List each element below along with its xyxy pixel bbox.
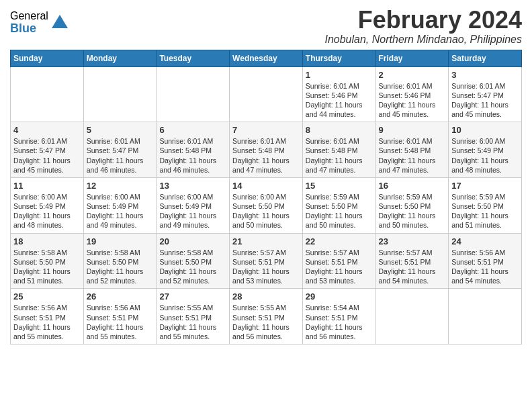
day-number: 29 (306, 291, 373, 302)
day-info: Sunrise: 5:58 AM Sunset: 5:50 PM Dayligh… (13, 248, 81, 286)
day-info: Sunrise: 5:57 AM Sunset: 5:51 PM Dayligh… (232, 248, 300, 286)
calendar-cell: 29Sunrise: 5:54 AM Sunset: 5:51 PM Dayli… (302, 289, 375, 345)
calendar-cell (11, 66, 84, 122)
calendar-cell: 5Sunrise: 6:01 AM Sunset: 5:47 PM Daylig… (83, 122, 157, 178)
calendar-header: SundayMondayTuesdayWednesdayThursdayFrid… (11, 50, 522, 66)
day-info: Sunrise: 6:01 AM Sunset: 5:48 PM Dayligh… (379, 136, 446, 175)
day-info: Sunrise: 5:57 AM Sunset: 5:51 PM Dayligh… (379, 248, 446, 286)
logo: General Blue (10, 10, 69, 35)
header-cell-monday: Monday (83, 50, 157, 66)
day-number: 21 (232, 236, 300, 246)
title-area: February 2024 Inobulan, Northern Mindana… (324, 7, 522, 46)
day-info: Sunrise: 6:00 AM Sunset: 5:49 PM Dayligh… (159, 192, 226, 230)
day-number: 13 (159, 181, 226, 191)
calendar-cell: 19Sunrise: 5:58 AM Sunset: 5:50 PM Dayli… (83, 233, 157, 289)
header-row: SundayMondayTuesdayWednesdayThursdayFrid… (11, 50, 522, 66)
logo-blue: Blue (10, 22, 48, 36)
calendar-body: 1Sunrise: 6:01 AM Sunset: 5:46 PM Daylig… (11, 66, 522, 344)
day-info: Sunrise: 6:01 AM Sunset: 5:48 PM Dayligh… (159, 136, 226, 175)
day-number: 25 (13, 291, 81, 302)
day-info: Sunrise: 5:56 AM Sunset: 5:51 PM Dayligh… (87, 303, 154, 341)
day-info: Sunrise: 5:56 AM Sunset: 5:51 PM Dayligh… (13, 303, 81, 341)
day-info: Sunrise: 6:01 AM Sunset: 5:46 PM Dayligh… (379, 81, 446, 120)
day-number: 1 (306, 70, 373, 80)
day-number: 15 (306, 181, 373, 191)
day-number: 28 (232, 291, 300, 302)
calendar-cell: 12Sunrise: 6:00 AM Sunset: 5:49 PM Dayli… (83, 177, 157, 233)
day-info: Sunrise: 6:01 AM Sunset: 5:47 PM Dayligh… (87, 136, 154, 175)
day-info: Sunrise: 6:00 AM Sunset: 5:49 PM Dayligh… (13, 192, 81, 230)
calendar-cell: 6Sunrise: 6:01 AM Sunset: 5:48 PM Daylig… (157, 122, 230, 178)
calendar-cell: 8Sunrise: 6:01 AM Sunset: 5:48 PM Daylig… (302, 122, 375, 178)
day-info: Sunrise: 6:00 AM Sunset: 5:49 PM Dayligh… (87, 192, 154, 230)
svg-marker-0 (52, 15, 68, 28)
day-number: 5 (87, 125, 154, 135)
day-info: Sunrise: 5:55 AM Sunset: 5:51 PM Dayligh… (159, 303, 226, 341)
day-info: Sunrise: 6:01 AM Sunset: 5:47 PM Dayligh… (451, 81, 519, 120)
day-info: Sunrise: 6:01 AM Sunset: 5:46 PM Dayligh… (306, 81, 373, 120)
day-number: 10 (451, 125, 519, 135)
header-cell-tuesday: Tuesday (157, 50, 230, 66)
day-info: Sunrise: 5:54 AM Sunset: 5:51 PM Dayligh… (306, 303, 373, 341)
header-cell-wednesday: Wednesday (230, 50, 303, 66)
calendar-cell: 26Sunrise: 5:56 AM Sunset: 5:51 PM Dayli… (83, 289, 157, 345)
day-info: Sunrise: 6:01 AM Sunset: 5:48 PM Dayligh… (232, 136, 300, 175)
location-subtitle: Inobulan, Northern Mindanao, Philippines (324, 34, 522, 46)
day-number: 26 (87, 291, 154, 302)
day-info: Sunrise: 5:57 AM Sunset: 5:51 PM Dayligh… (306, 248, 373, 286)
day-info: Sunrise: 5:59 AM Sunset: 5:50 PM Dayligh… (379, 192, 446, 230)
week-row-3: 18Sunrise: 5:58 AM Sunset: 5:50 PM Dayli… (11, 233, 522, 289)
calendar-cell: 1Sunrise: 6:01 AM Sunset: 5:46 PM Daylig… (302, 66, 375, 122)
day-number: 3 (451, 70, 519, 80)
calendar-cell: 4Sunrise: 6:01 AM Sunset: 5:47 PM Daylig… (11, 122, 84, 178)
week-row-0: 1Sunrise: 6:01 AM Sunset: 5:46 PM Daylig… (11, 66, 522, 122)
day-info: Sunrise: 5:58 AM Sunset: 5:50 PM Dayligh… (87, 248, 154, 286)
header: General Blue February 2024 Inobulan, Nor… (10, 7, 522, 46)
calendar-cell: 14Sunrise: 6:00 AM Sunset: 5:50 PM Dayli… (230, 177, 303, 233)
day-info: Sunrise: 6:00 AM Sunset: 5:50 PM Dayligh… (232, 192, 300, 230)
calendar-cell: 25Sunrise: 5:56 AM Sunset: 5:51 PM Dayli… (11, 289, 84, 345)
logo-icon (50, 13, 69, 32)
day-number: 14 (232, 181, 300, 191)
day-number: 23 (379, 236, 446, 246)
day-number: 9 (379, 125, 446, 135)
logo-general: General (10, 10, 48, 22)
day-number: 4 (13, 125, 81, 135)
calendar-cell (449, 289, 522, 345)
calendar-cell: 18Sunrise: 5:58 AM Sunset: 5:50 PM Dayli… (11, 233, 84, 289)
header-cell-saturday: Saturday (449, 50, 522, 66)
day-number: 18 (13, 236, 81, 246)
day-number: 8 (306, 125, 373, 135)
calendar-cell: 20Sunrise: 5:58 AM Sunset: 5:50 PM Dayli… (157, 233, 230, 289)
header-cell-sunday: Sunday (11, 50, 84, 66)
header-cell-friday: Friday (375, 50, 449, 66)
day-number: 17 (451, 181, 519, 191)
calendar-cell: 24Sunrise: 5:56 AM Sunset: 5:51 PM Dayli… (449, 233, 522, 289)
day-info: Sunrise: 6:00 AM Sunset: 5:49 PM Dayligh… (451, 136, 519, 175)
day-number: 6 (159, 125, 226, 135)
day-number: 12 (87, 181, 154, 191)
calendar-cell: 3Sunrise: 6:01 AM Sunset: 5:47 PM Daylig… (449, 66, 522, 122)
calendar-cell: 9Sunrise: 6:01 AM Sunset: 5:48 PM Daylig… (375, 122, 449, 178)
calendar-cell (230, 66, 303, 122)
calendar-cell: 10Sunrise: 6:00 AM Sunset: 5:49 PM Dayli… (449, 122, 522, 178)
day-info: Sunrise: 5:58 AM Sunset: 5:50 PM Dayligh… (159, 248, 226, 286)
week-row-4: 25Sunrise: 5:56 AM Sunset: 5:51 PM Dayli… (11, 289, 522, 345)
calendar-cell: 22Sunrise: 5:57 AM Sunset: 5:51 PM Dayli… (302, 233, 375, 289)
header-cell-thursday: Thursday (302, 50, 375, 66)
week-row-1: 4Sunrise: 6:01 AM Sunset: 5:47 PM Daylig… (11, 122, 522, 178)
day-info: Sunrise: 5:59 AM Sunset: 5:50 PM Dayligh… (306, 192, 373, 230)
calendar-cell (157, 66, 230, 122)
calendar-table: SundayMondayTuesdayWednesdayThursdayFrid… (10, 50, 522, 345)
logo-text: General Blue (10, 10, 48, 35)
calendar-cell: 23Sunrise: 5:57 AM Sunset: 5:51 PM Dayli… (375, 233, 449, 289)
calendar-cell (375, 289, 449, 345)
day-number: 7 (232, 125, 300, 135)
calendar-cell: 15Sunrise: 5:59 AM Sunset: 5:50 PM Dayli… (302, 177, 375, 233)
calendar-cell: 27Sunrise: 5:55 AM Sunset: 5:51 PM Dayli… (157, 289, 230, 345)
day-info: Sunrise: 5:56 AM Sunset: 5:51 PM Dayligh… (451, 248, 519, 286)
day-number: 27 (159, 291, 226, 302)
day-info: Sunrise: 5:59 AM Sunset: 5:50 PM Dayligh… (451, 192, 519, 230)
calendar-cell: 13Sunrise: 6:00 AM Sunset: 5:49 PM Dayli… (157, 177, 230, 233)
day-number: 19 (87, 236, 154, 246)
